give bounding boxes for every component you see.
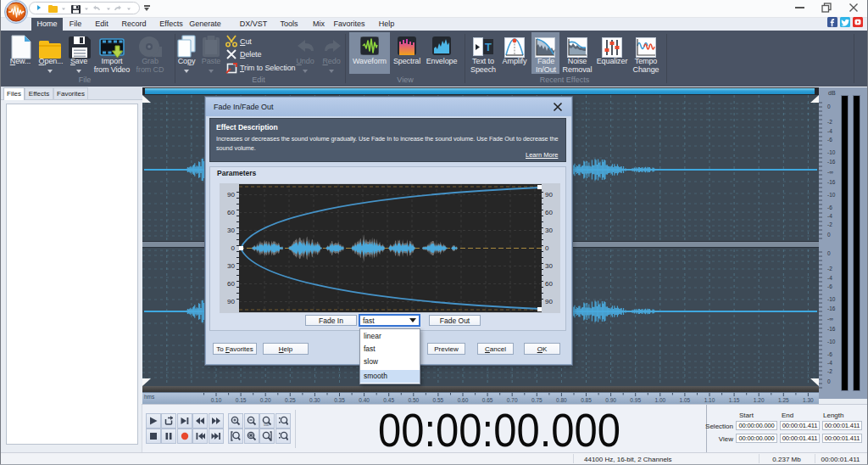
svg-text:0.85: 0.85 <box>581 397 592 403</box>
svg-text:0: 0 <box>827 104 831 109</box>
svg-text:0.80: 0.80 <box>556 397 567 403</box>
svg-text:0.35: 0.35 <box>334 397 345 403</box>
svg-text:-10: -10 <box>827 339 836 345</box>
svg-text:90: 90 <box>545 191 553 199</box>
svg-text:-16: -16 <box>827 305 836 311</box>
svg-text:-4: -4 <box>827 128 832 134</box>
svg-text:0.20: 0.20 <box>260 397 271 403</box>
svg-text:0.60: 0.60 <box>458 397 469 403</box>
svg-text:60: 60 <box>227 280 235 288</box>
svg-text:90: 90 <box>227 298 235 305</box>
svg-text:-2: -2 <box>827 119 832 125</box>
svg-text:-∞: -∞ <box>827 316 833 322</box>
svg-text:30: 30 <box>545 227 553 234</box>
svg-text:0.65: 0.65 <box>482 397 493 403</box>
svg-text:-10: -10 <box>827 192 836 198</box>
svg-text:90: 90 <box>227 191 235 199</box>
svg-text:0: 0 <box>827 250 831 256</box>
svg-text:0.45: 0.45 <box>383 397 394 403</box>
svg-text:1.25: 1.25 <box>778 397 789 403</box>
svg-text:0: 0 <box>827 232 831 238</box>
svg-text:30: 30 <box>227 262 235 270</box>
svg-text:-6: -6 <box>827 351 832 357</box>
svg-text:1.30: 1.30 <box>803 397 814 403</box>
svg-text:0.70: 0.70 <box>507 397 518 403</box>
svg-text:30: 30 <box>545 262 553 270</box>
svg-text:-∞: -∞ <box>827 169 833 175</box>
svg-text:0: 0 <box>545 244 549 252</box>
svg-text:60: 60 <box>545 209 553 216</box>
svg-text:60: 60 <box>545 280 553 288</box>
svg-text:0.95: 0.95 <box>630 397 641 403</box>
svg-text:0.90: 0.90 <box>605 397 616 403</box>
svg-text:0.40: 0.40 <box>359 397 370 403</box>
svg-text:-6: -6 <box>827 204 832 210</box>
svg-text:0.75: 0.75 <box>531 397 542 403</box>
svg-text:0.30: 0.30 <box>309 397 320 403</box>
svg-text:60: 60 <box>227 209 235 216</box>
svg-text:hms: hms <box>144 394 155 400</box>
svg-text:T: T <box>485 41 492 53</box>
svg-text:-4: -4 <box>827 360 832 366</box>
svg-text:90: 90 <box>545 298 553 305</box>
svg-text:-16: -16 <box>827 179 836 185</box>
svg-text:-16: -16 <box>827 159 836 165</box>
svg-text:-16: -16 <box>827 326 836 332</box>
svg-text:1.05: 1.05 <box>680 397 691 403</box>
svg-text:0: 0 <box>231 244 236 252</box>
svg-text:0.55: 0.55 <box>433 397 444 403</box>
svg-text:0: 0 <box>827 378 831 384</box>
svg-text:-4: -4 <box>827 275 832 281</box>
svg-text:1.00: 1.00 <box>654 397 665 403</box>
svg-text:-10: -10 <box>827 149 836 155</box>
svg-text:0.50: 0.50 <box>408 397 419 403</box>
svg-text:dB: dB <box>828 90 836 96</box>
svg-text:30: 30 <box>227 227 235 234</box>
svg-text:0.10: 0.10 <box>211 397 222 403</box>
svg-text:-2: -2 <box>827 266 832 272</box>
svg-text:-10: -10 <box>827 296 836 302</box>
svg-text:-4: -4 <box>827 213 832 219</box>
svg-text:1.20: 1.20 <box>754 397 765 403</box>
svg-text:1.10: 1.10 <box>704 397 715 403</box>
svg-text:0.15: 0.15 <box>236 397 247 403</box>
svg-text:-2: -2 <box>827 368 832 374</box>
svg-text:100: 100 <box>264 423 270 426</box>
svg-text:-2: -2 <box>827 221 832 227</box>
svg-text:1.15: 1.15 <box>729 397 740 403</box>
svg-text:0.25: 0.25 <box>285 397 296 403</box>
svg-text:-6: -6 <box>827 283 832 289</box>
svg-text:-6: -6 <box>827 137 832 143</box>
